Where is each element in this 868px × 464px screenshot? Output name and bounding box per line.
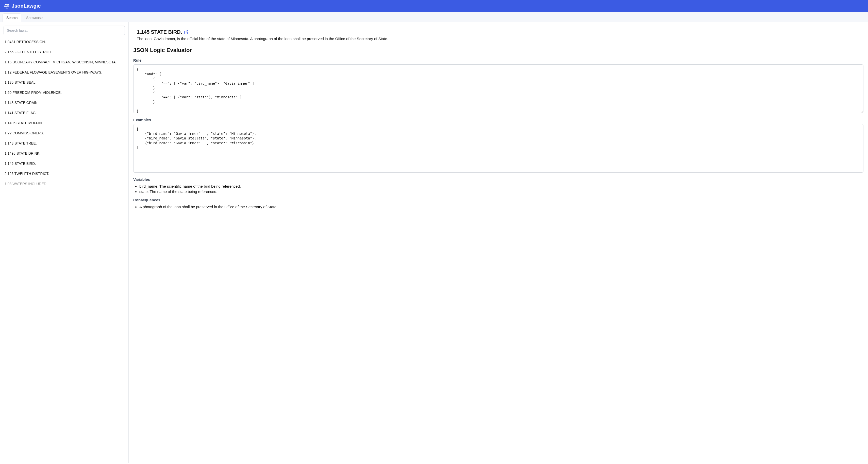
main-area: 1.0431 RETROCESSION.2.155 FIFTEENTH DIST…	[0, 22, 868, 463]
search-input[interactable]	[4, 26, 125, 35]
scales-icon	[4, 3, 10, 9]
content-panel: 1.145 STATE BIRD. The loon, Gavia immer,…	[129, 22, 868, 463]
law-list-item[interactable]: 1.1496 STATE MUFFIN.	[4, 118, 125, 128]
law-list-item[interactable]: 1.50 FREEDOM FROM VIOLENCE.	[4, 88, 125, 98]
law-list: 1.0431 RETROCESSION.2.155 FIFTEENTH DIST…	[4, 37, 125, 189]
evaluator-heading: JSON Logic Evaluator	[133, 47, 863, 54]
tab-search[interactable]: Search	[3, 13, 21, 22]
law-list-item[interactable]: 2.125 TWELFTH DISTRICT.	[4, 169, 125, 179]
law-list-item[interactable]: 1.22 COMMISSIONERS.	[4, 128, 125, 138]
law-list-item[interactable]: 1.0431 RETROCESSION.	[4, 37, 125, 47]
variables-label: Variables	[133, 177, 863, 181]
app-header: JsonLawgic	[0, 0, 868, 12]
examples-textarea[interactable]	[133, 124, 863, 173]
examples-label: Examples	[133, 118, 863, 122]
variable-item: bird_name: The scientific name of the bi…	[140, 184, 863, 189]
consequences-label: Consequences	[133, 198, 863, 202]
law-title: 1.145 STATE BIRD.	[137, 29, 182, 35]
svg-line-0	[186, 30, 188, 32]
law-list-item[interactable]: 1.143 STATE TREE.	[4, 138, 125, 148]
law-list-item[interactable]: 1.15 BOUNDARY COMPACT; MICHIGAN, WISCONS…	[4, 57, 125, 67]
sidebar: 1.0431 RETROCESSION.2.155 FIFTEENTH DIST…	[0, 22, 129, 463]
variable-item: state: The name of the state being refer…	[140, 189, 863, 194]
brand-title: JsonLawgic	[12, 3, 41, 9]
law-list-item[interactable]: 1.1495 STATE DRINK.	[4, 148, 125, 159]
law-title-row: 1.145 STATE BIRD.	[137, 29, 863, 35]
rule-label: Rule	[133, 58, 863, 62]
tabs-bar: Search Showcase	[0, 12, 868, 22]
law-list-item[interactable]: 1.12 FEDERAL FLOWAGE EASEMENTS OVER HIGH…	[4, 67, 125, 77]
law-description: The loon, Gavia immer, is the official b…	[137, 36, 863, 41]
law-list-item[interactable]: 1.135 STATE SEAL.	[4, 77, 125, 88]
law-list-item[interactable]: 1.03 WATERS INCLUDED.	[4, 179, 125, 189]
law-list-item[interactable]: 1.148 STATE GRAIN.	[4, 98, 125, 108]
tab-showcase[interactable]: Showcase	[22, 13, 46, 22]
external-link-icon[interactable]	[184, 30, 189, 34]
rule-textarea[interactable]	[133, 64, 863, 113]
variables-list: bird_name: The scientific name of the bi…	[133, 184, 863, 194]
law-list-item[interactable]: 2.155 FIFTEENTH DISTRICT.	[4, 47, 125, 57]
consequence-item: A photograph of the loon shall be preser…	[140, 204, 863, 209]
law-list-item[interactable]: 1.145 STATE BIRD.	[4, 159, 125, 169]
consequences-list: A photograph of the loon shall be preser…	[133, 204, 863, 209]
law-list-item[interactable]: 1.141 STATE FLAG.	[4, 108, 125, 118]
